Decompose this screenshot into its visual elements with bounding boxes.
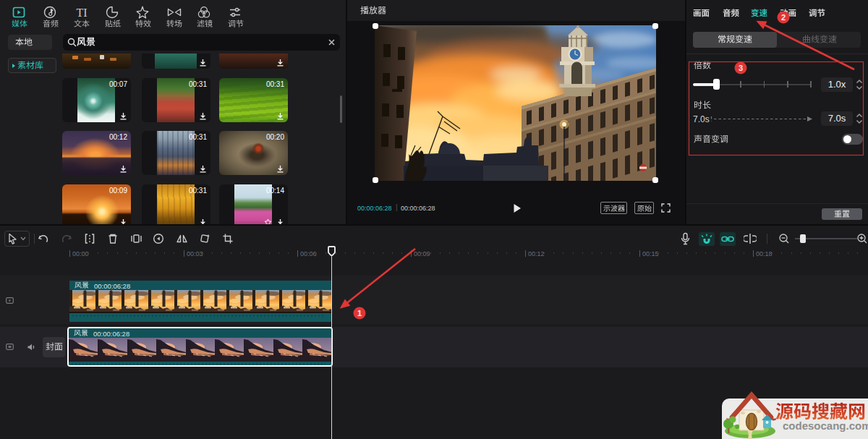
svg-text:TI: TI [76,7,87,19]
